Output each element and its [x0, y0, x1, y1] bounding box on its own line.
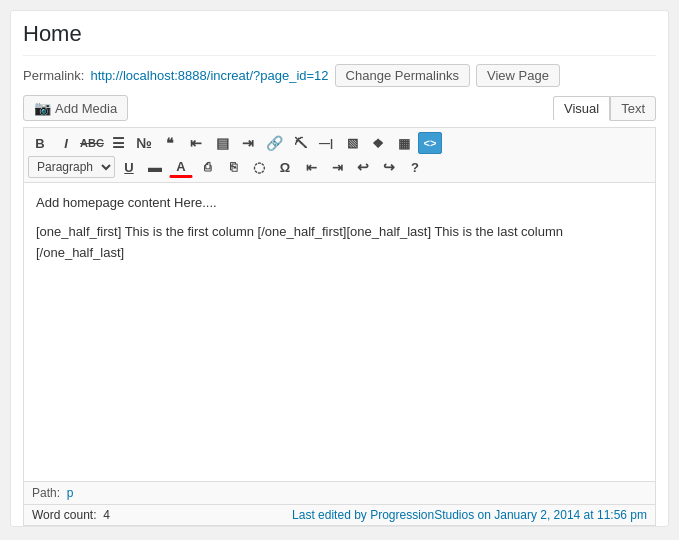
bottom-bar: Word count: 4 Last edited by Progression…: [23, 505, 656, 526]
format-select[interactable]: Paragraph Heading 1 Heading 2 Heading 3 …: [28, 156, 115, 178]
tab-visual[interactable]: Visual: [553, 96, 610, 121]
outdent-button[interactable]: ⇤: [299, 156, 323, 178]
toolbar-row-2: Paragraph Heading 1 Heading 2 Heading 3 …: [28, 156, 651, 178]
last-edited: Last edited by ProgressionStudios on Jan…: [292, 508, 647, 522]
insert-more-button[interactable]: —|: [314, 132, 338, 154]
align-left-button[interactable]: ⇤: [184, 132, 208, 154]
permalink-url[interactable]: http://localhost:8888/increat/?page_id=1…: [90, 68, 328, 83]
paste-word-button[interactable]: ⎘: [221, 156, 245, 178]
visual-text-tabs: Visual Text: [553, 96, 656, 121]
word-count-area: Word count: 4: [32, 508, 110, 522]
toolbar-row-1: B I ABC ☰ № ❝ ⇤ ▤ ⇥ 🔗 ⛏ —| ▧ ❖ ▦ <>: [28, 132, 651, 154]
text-color-button[interactable]: A: [169, 156, 193, 178]
add-media-icon: 📷: [34, 100, 51, 116]
path-label: Path:: [32, 486, 60, 500]
italic-button[interactable]: I: [54, 132, 78, 154]
justify-button[interactable]: ▬: [143, 156, 167, 178]
code-button[interactable]: <>: [418, 132, 442, 154]
word-count-label: Word count:: [32, 508, 96, 522]
unordered-list-button[interactable]: ☰: [106, 132, 130, 154]
word-count-value: 4: [103, 508, 110, 522]
redo-button[interactable]: ↪: [377, 156, 401, 178]
remove-link-button[interactable]: ⛏: [288, 132, 312, 154]
editor-area[interactable]: Add homepage content Here.... [one_half_…: [23, 182, 656, 482]
editor-path-bar: Path: p: [23, 482, 656, 505]
permalink-row: Permalink: http://localhost:8888/increat…: [23, 64, 656, 87]
table-button[interactable]: ▦: [392, 132, 416, 154]
paste-plain-button[interactable]: ⎙: [195, 156, 219, 178]
help-button[interactable]: ?: [403, 156, 427, 178]
bold-button[interactable]: B: [28, 132, 52, 154]
path-info: Path: p: [32, 486, 73, 500]
blockquote-button[interactable]: ❝: [158, 132, 182, 154]
permalink-label: Permalink:: [23, 68, 84, 83]
editor-toolbar: B I ABC ☰ № ❝ ⇤ ▤ ⇥ 🔗 ⛏ —| ▧ ❖ ▦ <> Par: [23, 127, 656, 182]
underline-button[interactable]: U: [117, 156, 141, 178]
remove-format-button[interactable]: ◌: [247, 156, 271, 178]
path-element[interactable]: p: [67, 486, 74, 500]
special-char-button[interactable]: Ω: [273, 156, 297, 178]
indent-button[interactable]: ⇥: [325, 156, 349, 178]
toggle-toolbar-button[interactable]: ▧: [340, 132, 364, 154]
post-title: Home: [23, 21, 656, 56]
editor-line-2: [one_half_first] This is the first colum…: [36, 222, 643, 264]
ordered-list-button[interactable]: №: [132, 132, 156, 154]
tab-text[interactable]: Text: [610, 96, 656, 121]
strikethrough-button[interactable]: ABC: [80, 132, 104, 154]
fullscreen-button[interactable]: ❖: [366, 132, 390, 154]
page-wrapper: Home Permalink: http://localhost:8888/in…: [0, 0, 679, 540]
editor-content: Add homepage content Here.... [one_half_…: [36, 193, 643, 263]
add-media-label: Add Media: [55, 101, 117, 116]
align-right-button[interactable]: ⇥: [236, 132, 260, 154]
add-media-row: 📷 Add Media Visual Text: [23, 95, 656, 121]
editor-line-1: Add homepage content Here....: [36, 193, 643, 214]
insert-link-button[interactable]: 🔗: [262, 132, 286, 154]
change-permalinks-button[interactable]: Change Permalinks: [335, 64, 470, 87]
align-center-button[interactable]: ▤: [210, 132, 234, 154]
view-page-button[interactable]: View Page: [476, 64, 560, 87]
undo-button[interactable]: ↩: [351, 156, 375, 178]
add-media-button[interactable]: 📷 Add Media: [23, 95, 128, 121]
post-box: Home Permalink: http://localhost:8888/in…: [10, 10, 669, 527]
